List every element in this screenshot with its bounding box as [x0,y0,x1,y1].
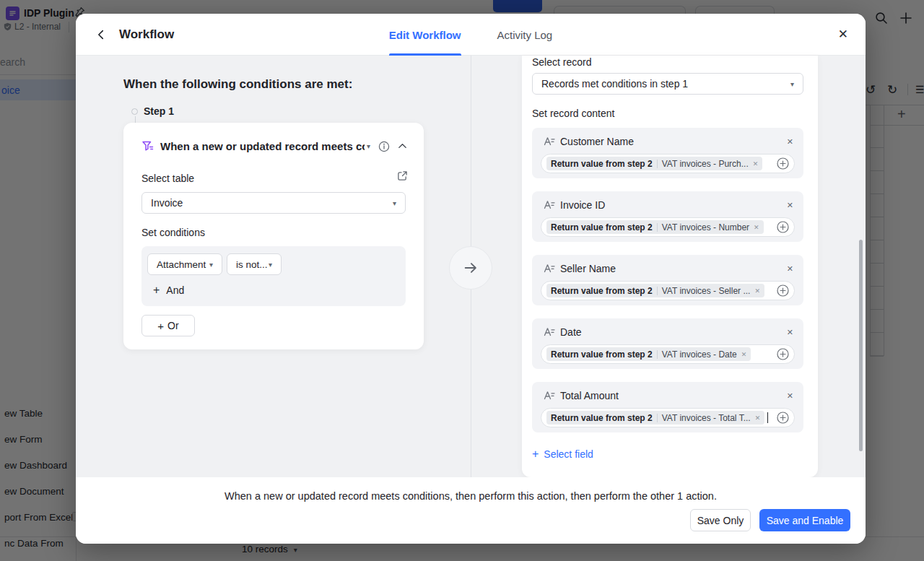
add-and-condition-button[interactable]: + And [153,284,184,297]
step-1: Step 1 [131,105,174,117]
modal-footer: When a new or updated record meets condi… [76,477,866,544]
condition-field-value: Attachment [157,259,206,270]
record-select-value: Records met conditions in step 1 [541,78,688,90]
add-value-icon[interactable] [777,412,789,424]
text-field-icon [544,136,555,147]
workflow-summary: When a new or updated record meets condi… [76,490,866,502]
condition-operator-value: is not... [236,259,268,270]
select-field-button[interactable]: + Select field [532,448,593,461]
conditions-heading: When the following conditions are met: [123,77,352,92]
tab-edit-workflow[interactable]: Edit Workflow [389,14,461,56]
select-table-label: Select table [141,173,194,184]
field-label: Seller Name [560,263,616,274]
plus-icon: + [153,284,160,297]
remove-field-icon[interactable]: ✕ [787,391,793,401]
remove-tag-icon[interactable]: ✕ [741,351,747,358]
trigger-title-row: When a new or updated record meets condi… [141,140,408,152]
trigger-card: When a new or updated record meets condi… [123,123,424,349]
field-card-total-amount: Total Amount ✕ Return value from step 2 … [532,382,803,432]
field-value-input[interactable]: Return value from step 2 VAT invoices - … [541,217,795,237]
select-record-label: Select record [532,56,591,68]
caret-down-icon: ▾ [790,80,794,88]
set-record-content-label: Set record content [532,108,614,119]
value-tag: Return value from step 2 VAT invoices - … [546,220,764,234]
add-value-icon[interactable] [777,157,789,170]
info-icon[interactable] [378,141,390,152]
text-field-icon [544,263,555,274]
external-link-icon[interactable] [397,170,408,181]
step-label: Step 1 [144,105,174,117]
caret-down-icon[interactable]: ▾ [367,142,370,150]
add-value-icon[interactable] [777,348,789,360]
trigger-title: When a new or updated record meets condi… [160,140,365,152]
remove-tag-icon[interactable]: ✕ [755,414,761,422]
value-tag: Return value from step 2 VAT invoices - … [546,347,751,361]
remove-field-icon[interactable]: ✕ [787,328,793,337]
caret-down-icon: ▾ [269,261,272,269]
field-value-input[interactable]: Return value from step 2 VAT invoices - … [541,154,795,173]
modal-header: Workflow Edit Workflow Activity Log ✕ [76,14,866,56]
caret-down-icon: ▾ [393,199,396,207]
condition-operator-select[interactable]: is not... ▾ [227,253,282,275]
remove-tag-icon[interactable]: ✕ [753,160,759,168]
field-label: Date [560,326,582,338]
add-value-icon[interactable] [777,284,789,297]
step-dot-icon [131,108,138,115]
set-conditions-label: Set conditions [141,227,205,238]
save-and-enable-button[interactable]: Save and Enable [759,509,850,531]
text-field-icon [544,390,555,401]
plus-icon: + [532,448,539,461]
plus-icon: + [157,320,164,332]
modal-content: When the following conditions are met: S… [76,56,866,477]
field-value-input[interactable]: Return value from step 2 VAT invoices - … [541,281,795,300]
add-or-condition-button[interactable]: + Or [141,315,195,336]
tab-activity-log[interactable]: Activity Log [497,14,553,56]
modal-tabs: Edit Workflow Activity Log [76,14,866,56]
filter-icon [141,140,154,152]
field-value-input[interactable]: Return value from step 2 VAT invoices - … [541,344,795,364]
table-select[interactable]: Invoice ▾ [141,192,406,214]
field-value-input[interactable]: Return value from step 2 VAT invoices - … [541,408,795,427]
step-connector [135,116,136,123]
text-field-icon [544,199,555,211]
action-panel: Select record Records met conditions in … [522,56,818,477]
remove-tag-icon[interactable]: ✕ [754,287,760,295]
save-only-button[interactable]: Save Only [690,509,751,531]
field-label: Total Amount [560,390,619,401]
field-card-customer-name: Customer Name ✕ Return value from step 2… [532,128,803,178]
arrow-right-icon [463,260,479,276]
text-cursor [767,412,768,423]
value-tag: Return value from step 2 VAT invoices - … [546,157,762,170]
add-value-icon[interactable] [777,221,789,233]
value-tag: Return value from step 2 VAT invoices - … [546,284,764,297]
record-select[interactable]: Records met conditions in step 1 ▾ [532,73,803,95]
close-icon[interactable]: ✕ [838,27,848,42]
and-label: And [166,284,184,296]
field-card-seller-name: Seller Name ✕ Return value from step 2 V… [532,255,803,305]
table-select-value: Invoice [151,197,183,209]
remove-field-icon[interactable]: ✕ [787,137,793,147]
or-label: Or [167,320,179,331]
value-tag: Return value from step 2 VAT invoices - … [546,411,764,425]
chevron-up-icon[interactable] [397,141,408,152]
condition-field-select[interactable]: Attachment ▾ [147,253,222,275]
workflow-modal: Workflow Edit Workflow Activity Log ✕ Wh… [76,14,866,544]
flow-arrow [449,246,492,290]
condition-group: Attachment ▾ is not... ▾ + And [141,246,406,306]
remove-field-icon[interactable]: ✕ [787,264,793,274]
field-label: Customer Name [560,136,634,147]
caret-down-icon: ▾ [209,261,213,269]
remove-field-icon[interactable]: ✕ [787,201,793,210]
modal-scrollbar[interactable] [859,240,863,451]
text-field-icon [544,326,555,338]
remove-tag-icon[interactable]: ✕ [754,224,759,231]
field-card-date: Date ✕ Return value from step 2 VAT invo… [532,318,803,369]
field-card-invoice-id: Invoice ID ✕ Return value from step 2 VA… [532,191,803,242]
field-label: Invoice ID [560,199,605,211]
